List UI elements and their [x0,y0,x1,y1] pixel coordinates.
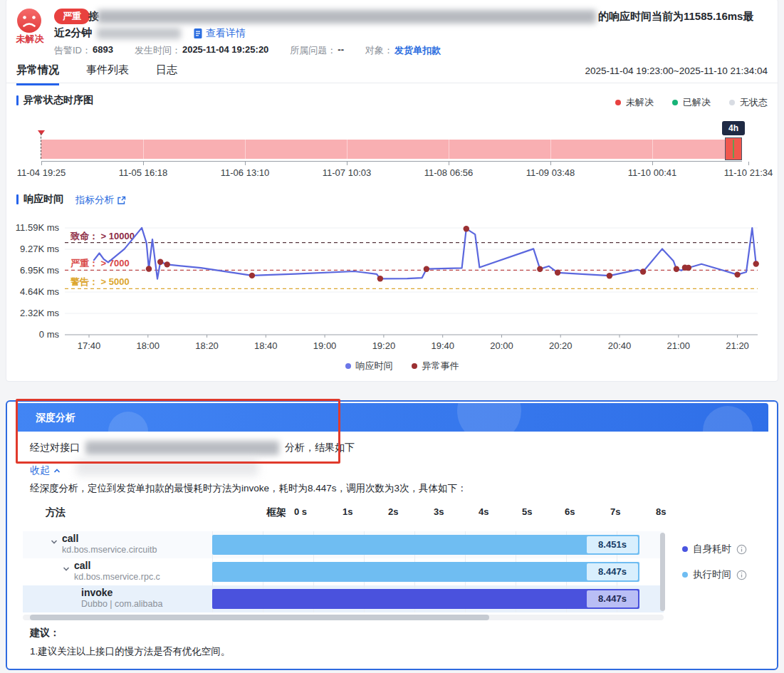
duration-label: 8.451s [587,536,638,553]
meta-label: 对象： [365,44,393,57]
meta-label: 所属问题： [290,44,336,57]
flame-time-tick-label: 0 s [294,506,307,517]
duration-bar[interactable]: 8.447s [212,589,639,609]
alert-meta-item: 发生时间：2025-11-04 19:25:20 [135,44,268,57]
vertical-scrollbar[interactable] [660,533,665,611]
status-legend-item-label: 未解决 [626,96,654,109]
flame-time-tick-label: 2s [388,506,398,517]
meta-value: 2025-11-04 19:25:20 [182,44,268,57]
redacted-duration-text [97,28,181,39]
collapse-link[interactable]: 收起 [30,464,61,477]
method-name: call [74,560,165,572]
suggestion-item: 1.建议关注以上接口的慢方法是否有优化空间。 [30,645,230,658]
timeline-tick-label: 11-07 10:03 [323,167,371,178]
response-chart-title: 响应时间 [16,193,63,206]
timeline-tick-label: 11-04 19:25 [17,167,66,178]
legend-dot-icon [412,363,417,369]
duration-bar[interactable]: 8.447s [212,562,639,582]
svg-text:20:00: 20:00 [490,340,513,351]
redacted-overflow-blur [76,459,258,476]
sad-face-icon [16,8,42,33]
flame-legend-item: 自身耗时 [682,543,747,555]
method-name: invoke [81,587,165,599]
flame-time-tick-label: 4s [479,506,488,517]
view-detail-link[interactable]: 查看详情 [193,27,246,40]
meta-label: 告警ID： [54,44,91,57]
svg-text:9.27K ms: 9.27K ms [20,244,59,254]
deep-analysis-header: 深度分析 [16,403,768,432]
duration-label: 8.447s [587,563,638,580]
info-icon[interactable] [736,570,747,580]
decor-circle [457,403,521,432]
status-legend-item-label: 无状态 [740,96,768,109]
band-grid-line [449,140,449,159]
method-cell: callkd.bos.mservice.rpc.c [74,560,165,583]
status-legend-item[interactable]: 无状态 [729,96,768,109]
svg-text:20:20: 20:20 [549,340,573,351]
duration-label: 8.447s [587,590,638,607]
flame-legend-item: 执行时间 [682,568,747,581]
timeline-tick [748,162,749,165]
timeline-tick [652,162,653,165]
status-legend-item[interactable]: 已解决 [672,96,711,109]
svg-text:17:40: 17:40 [78,340,101,351]
svg-text:警告： > 5000: 警告： > 5000 [70,276,130,287]
horizontal-scrollbar-track [23,615,664,620]
external-link-icon [117,196,126,205]
timeline-tick-label: 11-09 03:48 [526,167,575,178]
timeline-selection-handle[interactable] [725,137,742,160]
flame-legend: 自身耗时执行时间 [682,543,747,594]
svg-text:18:40: 18:40 [254,340,278,351]
svg-text:18:00: 18:00 [137,340,160,351]
response-legend-item[interactable]: 异常事件 [412,360,459,372]
horizontal-scrollbar-thumb[interactable] [30,615,489,620]
method-name: call [62,533,165,545]
response-chart-legend: 响应时间异常事件 [6,360,779,372]
alert-title-suffix: 的响应时间当前为11585.16ms最 [598,10,776,24]
framework-column-header: 框架 [266,506,286,519]
status-chart-title: 异常状态时序图 [16,94,93,107]
unresolved-status-band[interactable] [41,140,741,159]
response-legend-item-label: 异常事件 [422,360,459,372]
svg-text:21:00: 21:00 [667,340,691,351]
document-icon [193,28,203,39]
decor-circle [108,412,148,432]
chevron-down-icon[interactable] [62,563,70,576]
deep-analysis-card: 深度分析 经过对接口 分析，结果如下 收起 经深度分析，定位到发货单扣款的最慢耗… [6,400,778,670]
band-grid-line [652,140,653,159]
response-legend-item[interactable]: 响应时间 [345,360,393,372]
chevron-up-icon [53,466,61,475]
method-cell: invokeDubbo | com.alibaba [81,587,165,610]
response-time-chart[interactable]: 11.59K ms9.27K ms6.95K ms4.64K ms2.32K m… [14,216,772,355]
meta-value: 6893 [93,44,113,57]
timeline-tick [143,162,144,165]
svg-text:19:00: 19:00 [313,340,337,351]
severity-badge: 严重 [54,9,90,24]
alert-status-label: 未解决 [11,33,49,46]
method-column-header: 方法 [46,506,66,519]
metric-analysis-link[interactable]: 指标分析 [75,194,126,207]
svg-text:6.95K ms: 6.95K ms [20,265,59,276]
method-detail: kd.bos.mservice.circuitb [62,545,165,555]
svg-text:19:20: 19:20 [372,340,396,351]
suggestion-list: 1.建议关注以上接口的慢方法是否有优化空间。 [30,645,230,662]
chevron-down-icon[interactable] [50,536,58,549]
timeline-axis: 11-04 19:2511-05 16:1811-06 13:1011-07 1… [6,162,779,183]
flame-time-tick-label: 8s [656,506,666,517]
status-legend-item[interactable]: 未解决 [615,96,654,109]
response-legend-item-label: 响应时间 [356,360,393,372]
flame-time-tick-label: 1s [343,506,352,517]
info-icon[interactable] [736,544,747,555]
legend-dot-icon [672,100,678,105]
meta-value: -- [338,44,344,57]
object-link[interactable]: 发货单扣款 [394,44,441,57]
timeline-tick-label: 11-05 16:18 [119,167,167,178]
flame-legend-item-label: 自身耗时 [693,543,731,555]
svg-text:20:40: 20:40 [608,340,632,351]
svg-text:4.64K ms: 4.64K ms [20,286,59,297]
meta-label: 发生时间： [135,44,181,57]
flame-time-tick-label: 3s [434,506,444,517]
duration-bar[interactable]: 8.451s [212,535,639,555]
deep-analysis-summary: 经深度分析，定位到发货单扣款的最慢耗时方法为invoke，耗时为8.447s，调… [30,482,467,495]
decor-circle [703,406,753,432]
